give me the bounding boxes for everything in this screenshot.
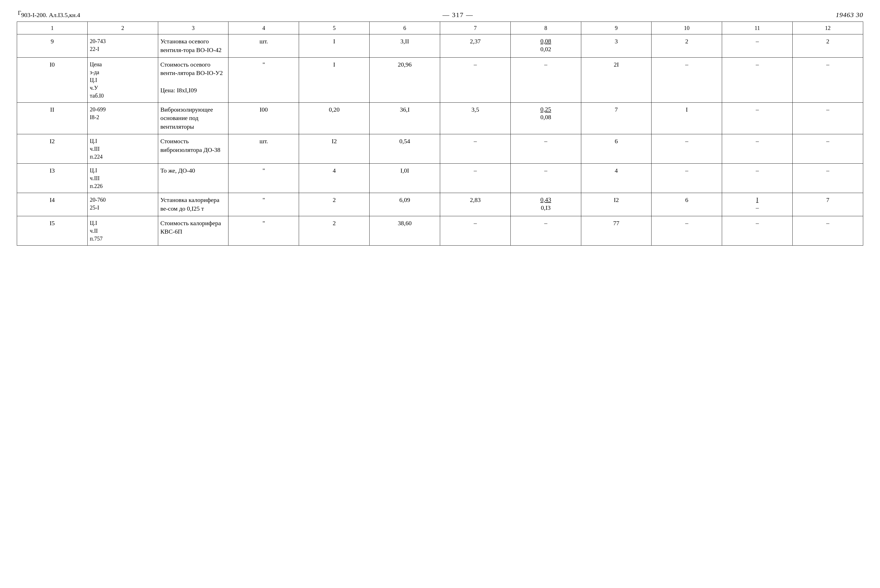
col-header-3: 3 xyxy=(158,22,229,34)
table-header-row: 1 2 3 4 5 6 7 8 9 10 11 12 xyxy=(17,22,863,34)
row10-col7: – xyxy=(440,57,510,102)
row9-col11: – xyxy=(722,34,793,58)
row12-col3: Стоимость виброизолятора ДО-38 xyxy=(158,134,229,164)
row15-col8: – xyxy=(510,216,581,245)
row13-col4: " xyxy=(229,164,299,193)
row9-col7: 2,37 xyxy=(440,34,510,58)
row14-col3: Установка калорифера ве-сом до 0,I25 т xyxy=(158,193,229,216)
col-header-2: 2 xyxy=(87,22,158,34)
row14-col1: I4 xyxy=(17,193,88,216)
table-row: I0 Ценаз-даЦ.Iч.Утаб.I0 Стоимость осевог… xyxy=(17,57,863,102)
row13-col7: – xyxy=(440,164,510,193)
row14-col11: I – xyxy=(722,193,793,216)
row11-col6: 36,I xyxy=(370,102,440,134)
row13-col3: То же, ДО-40 xyxy=(158,164,229,193)
row15-col11: – xyxy=(722,216,793,245)
row10-col12: – xyxy=(793,57,863,102)
row9-col12: 2 xyxy=(793,34,863,58)
row15-col10: – xyxy=(651,216,722,245)
row9-col1: 9 xyxy=(17,34,88,58)
col-header-5: 5 xyxy=(299,22,370,34)
row13-col5: 4 xyxy=(299,164,370,193)
col-header-8: 8 xyxy=(510,22,581,34)
row14-col2: 20-76025-I xyxy=(87,193,158,216)
page-header: Г903-I-200. Ал.I3.5,кн.4 — 317 — 19463 3… xyxy=(17,11,863,19)
row14-col10: 6 xyxy=(651,193,722,216)
row13-col11: – xyxy=(722,164,793,193)
row12-col8: – xyxy=(510,134,581,164)
row11-col1: II xyxy=(17,102,88,134)
row14-col6: 6,09 xyxy=(370,193,440,216)
row12-col6: 0,54 xyxy=(370,134,440,164)
row13-col9: 4 xyxy=(581,164,651,193)
row12-col9: 6 xyxy=(581,134,651,164)
table-row: I3 Ц.Iч.IIIп.226 То же, ДО-40 " 4 I,0I –… xyxy=(17,164,863,193)
col-header-7: 7 xyxy=(440,22,510,34)
row15-col3: Стоимость калорифера КВС-6П xyxy=(158,216,229,245)
row13-col8: – xyxy=(510,164,581,193)
row14-col12: 7 xyxy=(793,193,863,216)
row14-col4: " xyxy=(229,193,299,216)
row12-col2: Ц.Iч.IIIп.224 xyxy=(87,134,158,164)
header-right: 19463 30 xyxy=(836,11,863,19)
row15-col1: I5 xyxy=(17,216,88,245)
row15-col5: 2 xyxy=(299,216,370,245)
row11-col7: 3,5 xyxy=(440,102,510,134)
row10-col3: Стоимость осевого венти-лятора ВО-IО-У2Ц… xyxy=(158,57,229,102)
row11-col8: 0,25 0,08 xyxy=(510,102,581,134)
col-header-6: 6 xyxy=(370,22,440,34)
row13-col12: – xyxy=(793,164,863,193)
col-header-1: 1 xyxy=(17,22,88,34)
row9-col6: 3,II xyxy=(370,34,440,58)
row15-col7: – xyxy=(440,216,510,245)
col-header-4: 4 xyxy=(229,22,299,34)
row10-col5: I xyxy=(299,57,370,102)
col-header-11: 11 xyxy=(722,22,793,34)
row11-col5: 0,20 xyxy=(299,102,370,134)
row12-col1: I2 xyxy=(17,134,88,164)
row11-col10: I xyxy=(651,102,722,134)
row14-col5: 2 xyxy=(299,193,370,216)
header-left-text: 903-I-200. Ал.I3.5,кн.4 xyxy=(21,12,80,18)
table-row: I2 Ц.Iч.IIIп.224 Стоимость виброизолятор… xyxy=(17,134,863,164)
row12-col10: – xyxy=(651,134,722,164)
col-header-12: 12 xyxy=(793,22,863,34)
row11-col12: – xyxy=(793,102,863,134)
row11-col2: 20-699I8-2 xyxy=(87,102,158,134)
row12-col11: – xyxy=(722,134,793,164)
row9-col3: Установка осевого вентиля-тора ВО-IО-42 xyxy=(158,34,229,58)
row15-col4: " xyxy=(229,216,299,245)
row13-col10: – xyxy=(651,164,722,193)
row9-col5: I xyxy=(299,34,370,58)
table-row: 9 20-74322-I Установка осевого вентиля-т… xyxy=(17,34,863,58)
row14-col8: 0,43 0,I3 xyxy=(510,193,581,216)
table-row: I5 Ц.Iч.IIп.757 Стоимость калорифера КВС… xyxy=(17,216,863,245)
row9-col4: шт. xyxy=(229,34,299,58)
row10-col8: – xyxy=(510,57,581,102)
row12-col5: I2 xyxy=(299,134,370,164)
row9-col8: 0,08 0,02 xyxy=(510,34,581,58)
row14-col9: I2 xyxy=(581,193,651,216)
row11-col4: I00 xyxy=(229,102,299,134)
row9-col9: 3 xyxy=(581,34,651,58)
col-header-9: 9 xyxy=(581,22,651,34)
row9-col10: 2 xyxy=(651,34,722,58)
header-center: — 317 — xyxy=(443,11,474,19)
row15-col6: 38,60 xyxy=(370,216,440,245)
col-header-10: 10 xyxy=(651,22,722,34)
row10-col6: 20,96 xyxy=(370,57,440,102)
row15-col9: 77 xyxy=(581,216,651,245)
row12-col4: шт. xyxy=(229,134,299,164)
header-left: Г903-I-200. Ал.I3.5,кн.4 xyxy=(18,12,80,19)
row10-col11: – xyxy=(722,57,793,102)
row15-col2: Ц.Iч.IIп.757 xyxy=(87,216,158,245)
row12-col12: – xyxy=(793,134,863,164)
row10-col4: " xyxy=(229,57,299,102)
table-row: I4 20-76025-I Установка калорифера ве-со… xyxy=(17,193,863,216)
row11-col9: 7 xyxy=(581,102,651,134)
table-row: II 20-699I8-2 Виброизолирующее основание… xyxy=(17,102,863,134)
row10-col10: – xyxy=(651,57,722,102)
row10-col1: I0 xyxy=(17,57,88,102)
row13-col6: I,0I xyxy=(370,164,440,193)
row10-col9: 2I xyxy=(581,57,651,102)
